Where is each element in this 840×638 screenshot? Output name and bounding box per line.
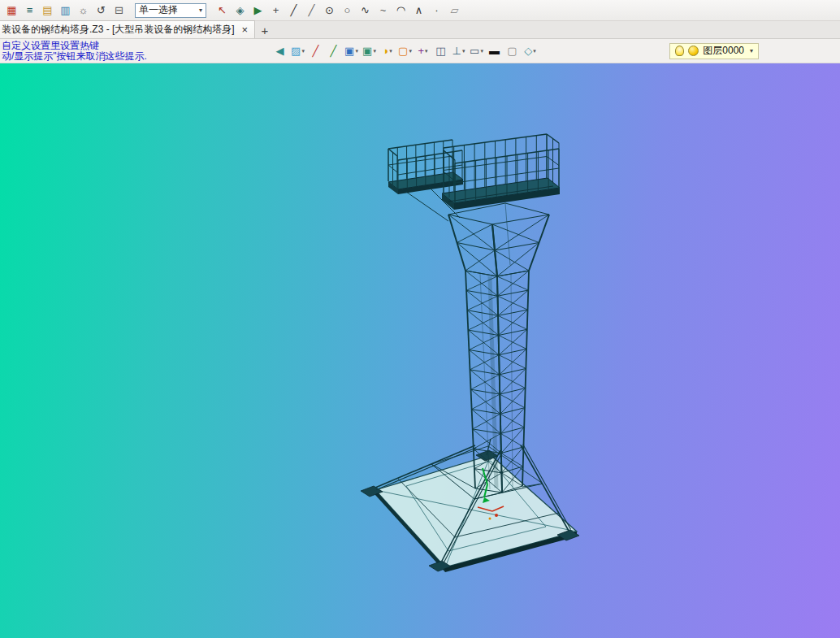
line-width-icon: ▬ xyxy=(489,46,500,56)
hint-line-1: 自定义设置里设置热键 xyxy=(2,41,271,51)
document-tab[interactable]: 装设备的钢结构塔身.Z3 - [大型吊装设备的钢结构塔身] × xyxy=(0,20,255,38)
manager-grid-icon: ▦ xyxy=(6,5,16,15)
render-mode-icon: ▢ xyxy=(398,46,408,56)
line-width-icon[interactable]: ▬ xyxy=(486,43,503,59)
open-folder-icon: ▤ xyxy=(42,5,52,15)
chevron-down-icon: ▾ xyxy=(301,48,305,54)
view-cube-icon[interactable]: ▣▾ xyxy=(343,43,360,59)
clean-broom-icon[interactable]: ◇▾ xyxy=(522,43,539,59)
layer-color-icon xyxy=(688,46,699,56)
point-tool-icon[interactable]: ∙ xyxy=(428,2,445,19)
undo-icon[interactable]: ↺ xyxy=(93,2,110,19)
cursor-select-icon: ↖ xyxy=(218,5,227,15)
selection-mode-value: 单一选择 xyxy=(139,3,178,17)
import-view-icon[interactable]: ◀ xyxy=(271,43,288,59)
pick-filter-icon: ◈ xyxy=(236,5,245,15)
pan-move-icon: + xyxy=(273,5,279,15)
new-tab-button[interactable]: + xyxy=(255,22,275,38)
view-toolbar-icons: ◀▨▾╱╱▣▾▣▾◑▾▢▾+▾◫⊥▾▭▾▬▢◇▾ xyxy=(271,43,539,59)
curve-tool-icon: ~ xyxy=(380,5,387,15)
render-mode-icon[interactable]: ▢▾ xyxy=(396,43,414,59)
view-toolbar: 自定义设置里设置热键 动/显示提示"按钮来取消这些提示. ◀▨▾╱╱▣▾▣▾◑▾… xyxy=(0,39,840,63)
background-box-icon: ▢ xyxy=(507,46,517,56)
chevron-down-icon: ▾ xyxy=(425,48,428,54)
point-tool-icon: ∙ xyxy=(435,5,439,15)
red-pen-icon[interactable]: ╱ xyxy=(307,43,324,59)
play-icon[interactable]: ▶ xyxy=(249,2,266,19)
circle-tool-icon: ○ xyxy=(344,5,351,15)
angle-line-icon[interactable]: ∧ xyxy=(410,2,427,19)
undo-icon: ↺ xyxy=(97,5,106,15)
display-monitor-icon: ▭ xyxy=(470,46,479,56)
line-tool-icon: ╱ xyxy=(291,5,297,15)
import-view-icon: ◀ xyxy=(276,46,284,56)
chevron-down-icon: ▾ xyxy=(533,48,536,54)
open-folder-icon[interactable]: ▤ xyxy=(39,2,56,19)
arc-tool-icon: ◠ xyxy=(396,5,405,15)
background-box-icon[interactable]: ▢ xyxy=(504,43,521,59)
bulb-icon xyxy=(675,46,684,56)
align-view-icon[interactable]: ⊥▾ xyxy=(450,43,467,59)
document-tab-title: 装设备的钢结构塔身.Z3 - [大型吊装设备的钢结构塔身] xyxy=(2,23,236,37)
chevron-down-icon: ▾ xyxy=(409,48,412,54)
circle-center-icon: ⊙ xyxy=(325,5,334,15)
chevron-down-icon: ▾ xyxy=(480,48,483,54)
view-cube-icon: ▣ xyxy=(344,46,354,56)
green-pen-icon: ╱ xyxy=(331,46,337,56)
paste-icon[interactable]: ⊟ xyxy=(110,2,128,19)
3d-viewport[interactable] xyxy=(0,63,840,638)
curve-tool-icon[interactable]: ~ xyxy=(375,2,392,19)
chevron-down-icon: ▾ xyxy=(462,48,465,54)
chevron-down-icon: ▾ xyxy=(199,7,202,14)
erase-tool-icon: ▱ xyxy=(451,5,459,15)
angle-line-icon: ∧ xyxy=(415,5,423,15)
chevron-down-icon: ▾ xyxy=(373,48,376,54)
clean-broom-icon: ◇ xyxy=(524,46,532,56)
pan-move-icon[interactable]: + xyxy=(267,2,284,19)
spline-tool-icon[interactable]: ∿ xyxy=(357,2,374,19)
color-wheel-icon: ◑ xyxy=(382,46,388,56)
layer-control-dropdown[interactable]: 图层0000 ▾ xyxy=(669,43,759,59)
manager-grid-icon[interactable]: ▦ xyxy=(3,2,20,19)
layer-name: 图层0000 xyxy=(703,44,744,58)
close-icon[interactable]: × xyxy=(241,24,248,35)
cursor-select-icon[interactable]: ↖ xyxy=(214,2,231,19)
pick-filter-icon[interactable]: ◈ xyxy=(232,2,249,19)
export-doc-icon[interactable]: ▥ xyxy=(57,2,74,19)
polyline-tool-icon[interactable]: ╱ xyxy=(303,2,320,19)
selection-mode-dropdown[interactable]: 单一选择 ▾ xyxy=(135,3,206,18)
shade-mode-icon: ▣ xyxy=(362,46,372,56)
3d-model-steel-tower xyxy=(0,63,840,638)
alarm-bulb-icon[interactable]: ☼ xyxy=(75,2,92,19)
spline-tool-icon: ∿ xyxy=(361,5,370,15)
line-tool-icon[interactable]: ╱ xyxy=(285,2,302,19)
list-icon: ≡ xyxy=(27,5,33,15)
shade-mode-icon[interactable]: ▣▾ xyxy=(361,43,378,59)
arc-tool-icon[interactable]: ◠ xyxy=(392,2,409,19)
datum-axis-icon: + xyxy=(418,46,424,56)
chevron-down-icon: ▾ xyxy=(389,48,392,54)
align-view-icon: ⊥ xyxy=(452,46,461,56)
circle-tool-icon[interactable]: ○ xyxy=(339,2,356,19)
list-icon[interactable]: ≡ xyxy=(21,2,38,19)
display-monitor-icon[interactable]: ▭▾ xyxy=(468,43,485,59)
hint-line-2: 动/显示提示"按钮来取消这些提示. xyxy=(2,51,271,62)
appearance-style-icon[interactable]: ▨▾ xyxy=(289,43,306,59)
datum-axis-icon[interactable]: +▾ xyxy=(414,43,431,59)
hint-text: 自定义设置里设置热键 动/显示提示"按钮来取消这些提示. xyxy=(0,41,271,62)
chevron-down-icon: ▾ xyxy=(750,47,753,54)
chevron-down-icon: ▾ xyxy=(355,48,358,54)
section-view-icon[interactable]: ◫ xyxy=(432,43,449,59)
erase-tool-icon[interactable]: ▱ xyxy=(446,2,463,19)
play-icon: ▶ xyxy=(254,5,262,15)
appearance-style-icon: ▨ xyxy=(291,46,301,56)
alarm-bulb-icon: ☼ xyxy=(79,5,89,15)
paste-icon: ⊟ xyxy=(115,5,123,15)
circle-center-icon[interactable]: ⊙ xyxy=(321,2,338,19)
polyline-tool-icon: ╱ xyxy=(309,5,315,15)
red-pen-icon: ╱ xyxy=(313,46,319,56)
sketch-tool-icons: ↖◈▶+╱╱⊙○∿~◠∧∙▱ xyxy=(214,2,463,19)
section-view-icon: ◫ xyxy=(435,46,445,56)
green-pen-icon[interactable]: ╱ xyxy=(325,43,342,59)
color-wheel-icon[interactable]: ◑▾ xyxy=(379,43,396,59)
